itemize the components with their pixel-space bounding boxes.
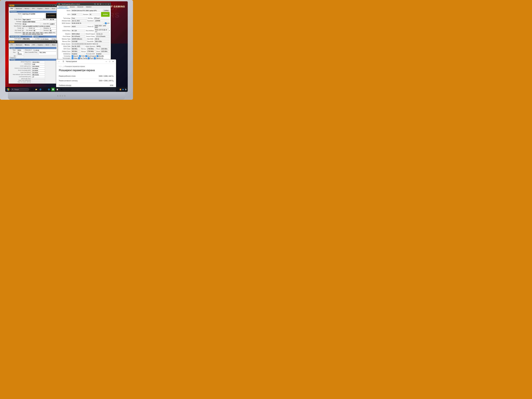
settings-maximize[interactable]: □	[108, 60, 111, 63]
gpuz-vulkan-checkbox[interactable]	[72, 57, 73, 59]
totalcas-lbl: Total CAS# (tRDRAM)	[10, 80, 31, 81]
tab2-graphics[interactable]: Graphics	[36, 44, 44, 46]
tab-graphics[interactable]: Graphics	[36, 7, 44, 10]
taskbar-chrome-icon[interactable]: 🌐	[38, 88, 42, 91]
cas-val: 22.0 clocks	[32, 65, 45, 67]
gpuz-memsize-row: Memory Size 6144 MB Bandwidth 336.0 GB/s	[58, 40, 110, 43]
cpuz-cpu-close[interactable]: ✕	[54, 5, 57, 6]
timings-header: Timings	[10, 59, 57, 61]
gpuz-uefi-checkbox[interactable]	[105, 22, 107, 24]
taskbar-grid-icon[interactable]: ⊞	[30, 88, 34, 91]
cas-lbl: CAS# Latency (CL)	[10, 65, 31, 67]
gpuz-memtype-row: Memory Type GDDR6 (Micron) Bus Width 192…	[58, 38, 110, 40]
taskbar-app2-icon[interactable]: 📋	[55, 88, 59, 91]
settings-titlebar[interactable]: ← ☰ Налаштування ─ □ ✕	[56, 59, 116, 63]
gpuz-share-icon[interactable]: ↗	[103, 23, 104, 24]
gpuz-pixel-val: 68.4 GPixel/s	[71, 35, 85, 38]
start-button[interactable]	[6, 88, 10, 91]
gpuz-directml-checkbox[interactable]	[97, 55, 98, 57]
gpuz-opengl-checkbox[interactable]	[94, 57, 96, 59]
svg-rect-3	[8, 89, 9, 90]
tab-memory[interactable]: Memory	[23, 7, 31, 10]
taskbar-shield-icon[interactable]: 🛡	[43, 88, 46, 91]
cpuz-memory-titlebar[interactable]: CPU-Z ─ □ ✕	[9, 40, 57, 43]
totalcas-val	[32, 80, 45, 81]
cpuz2-minimize[interactable]: ─	[49, 41, 51, 43]
cpuz2-logo: CPU-Z	[10, 41, 14, 43]
model-lbl: Model	[25, 27, 32, 29]
cpuz2-maximize[interactable]: □	[52, 41, 54, 43]
spec-row: Specification 11th Gen Intel(R) Core(TM)…	[10, 25, 57, 27]
gpuz-uefi-label: UEFI	[105, 22, 110, 24]
taskbar-network-icon[interactable]: 🌐	[47, 88, 51, 91]
gpuz-tab-graphicscard[interactable]: Graphics Card	[57, 6, 69, 8]
search-icon: 🔍	[12, 89, 14, 90]
gpuz-raytracing-checkbox[interactable]	[78, 57, 80, 59]
gpuz-menu-icon[interactable]: ☰	[99, 3, 102, 5]
taskbar-wifi[interactable]: 📡	[125, 89, 127, 90]
gpuz-businterface-lbl: Bus Interface	[85, 30, 95, 32]
tab-about[interactable]: About	[51, 7, 56, 10]
settings-back-btn[interactable]: ←	[57, 60, 61, 63]
tab-mainboard[interactable]: Mainboard	[14, 7, 23, 10]
gpuz-texture-lbl: Texture Fillrate	[85, 36, 95, 37]
settings-minimize[interactable]: ─	[105, 60, 108, 63]
model-val: C	[33, 27, 40, 29]
gpuz-opencl-checkbox[interactable]	[72, 55, 73, 57]
rowrefresh-val: 880 clocks	[32, 74, 45, 76]
windows-logo-icon	[7, 88, 9, 91]
spec-val: 11th Gen Intel(R) Core(TM) i7-11370H @ 3…	[22, 25, 57, 27]
gpuz-cuda-checkbox[interactable]	[79, 55, 81, 57]
gpuz-titlebar[interactable]: ⚡ TechPowerUp GPU-Z 2.54.0 📷 ⚙ ☰ ─ □ ✕	[57, 3, 111, 6]
tab2-bench[interactable]: Bench	[44, 44, 51, 46]
gpuz-maximize[interactable]: □	[105, 3, 107, 5]
settings-menu-btn[interactable]: ☰	[62, 60, 65, 63]
tab2-spd[interactable]: SPD	[31, 44, 36, 46]
cpuz-cpu-maximize[interactable]: □	[52, 5, 54, 6]
processor-header: Processor	[10, 11, 57, 13]
gpuz-defboost-lbl: Boost	[96, 51, 100, 52]
tab2-mainboard[interactable]: Mainboard	[14, 44, 23, 46]
taskbar-search[interactable]: 🔍 Пошук	[11, 88, 29, 91]
gpuz-tab-sensors[interactable]: Sensors	[69, 6, 76, 8]
tab-spd[interactable]: SPD	[31, 7, 36, 10]
tab-bench[interactable]: Bench	[44, 7, 50, 10]
stepping-lbl: Stepping	[41, 27, 49, 29]
cpuz-cpu-minimize[interactable]: ─	[49, 5, 51, 6]
mem-type-val: DDR4	[17, 49, 24, 51]
cmdrate-lbl: Command Rate (CR)	[10, 76, 31, 78]
gpuz-tab-validation[interactable]: Validation	[85, 6, 93, 8]
raspre-val: 22 clocks	[32, 70, 45, 71]
taskbar-app1-icon[interactable]: 📊	[51, 88, 55, 91]
cpu-name-lbl: Name	[10, 13, 21, 18]
gpuz-driver-val: 31.0.15.4633 (NVIDIA 546.33) DCH / Win11…	[71, 43, 110, 45]
tab2-cpu[interactable]: CPU	[9, 44, 14, 46]
settings-close[interactable]: ✕	[112, 60, 115, 63]
taskbar-bluetooth[interactable]: 🔷	[122, 89, 124, 90]
idle-lbl: DRAM Idle Timer	[10, 78, 31, 79]
gpuz-opencl-label: OpenCL	[72, 55, 78, 57]
tab-cpu[interactable]: CPU	[9, 7, 14, 10]
gpuz-lookup-btn[interactable]: Lookup	[103, 9, 110, 12]
gpuz-camera-icon[interactable]: 📷	[94, 3, 96, 5]
taskbar-network-status[interactable]: 📶	[120, 89, 121, 90]
cpuz-cpu-titlebar[interactable]: CPU-Z ─ □ ✕	[9, 4, 57, 7]
gpuz-info-icon[interactable]: ?	[109, 30, 110, 32]
taskbar-settings-icon[interactable]: ⚙	[60, 88, 63, 91]
gpuz-gear-icon[interactable]: ⚙	[97, 3, 99, 5]
tab2-memory[interactable]: Memory	[23, 44, 31, 46]
gpuz-driver-lbl: Driver Version	[58, 43, 71, 45]
gpuz-minimize[interactable]: ─	[102, 3, 104, 5]
revision-lbl: Revision	[41, 30, 49, 32]
gpuz-digsig-lbl: Digital Signature	[85, 46, 96, 47]
cpuz2-close[interactable]: ✕	[54, 41, 57, 43]
spec-lbl: Specification	[10, 25, 21, 27]
gpuz-close[interactable]: ✕	[107, 3, 110, 5]
gpuz-tab-advanced[interactable]: Advanced	[76, 6, 84, 8]
gpuz-directcompute-checkbox[interactable]	[85, 55, 87, 57]
tab2-about[interactable]: About	[51, 44, 57, 46]
channels-val: 2 x 64-bit	[33, 49, 57, 51]
gpuz-sli-val: Disabled	[71, 53, 85, 55]
gpuz-physx-checkbox[interactable]	[88, 57, 89, 59]
taskbar-folder-icon[interactable]: 📁	[34, 88, 38, 91]
